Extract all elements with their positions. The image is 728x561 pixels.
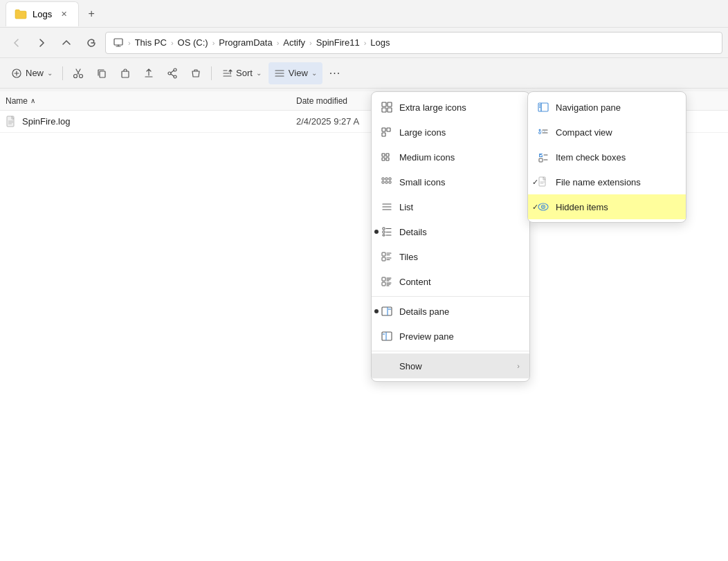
- menu-item-extra-large-icons[interactable]: Extra large icons: [372, 95, 529, 120]
- address-bar[interactable]: › This PC › OS (C:) › ProgramData › Acti…: [105, 32, 722, 54]
- paste-icon: [120, 68, 131, 79]
- address-sep-2: ›: [212, 39, 215, 47]
- address-sep-3: ›: [277, 39, 280, 47]
- menu-item-tiles[interactable]: Tiles: [372, 244, 529, 269]
- menu-item-item-check-boxes[interactable]: Item check boxes: [528, 145, 686, 169]
- svg-rect-34: [382, 257, 385, 261]
- delete-button[interactable]: [185, 62, 207, 84]
- copy-button[interactable]: [91, 62, 113, 84]
- menu-item-show[interactable]: Show ›: [372, 353, 529, 378]
- tiles-icon: [381, 251, 392, 262]
- new-button[interactable]: New ⌄: [6, 62, 58, 84]
- svg-rect-20: [382, 154, 385, 156]
- svg-rect-15: [382, 108, 386, 112]
- menu-item-large-icons[interactable]: Large icons: [372, 120, 529, 145]
- sort-chevron: ⌄: [256, 69, 262, 77]
- menu-item-small-icons[interactable]: Small icons: [372, 169, 529, 194]
- tab-title: Logs: [33, 9, 52, 19]
- compact-view-icon: [538, 127, 549, 138]
- address-programdata: ProgramData: [219, 37, 272, 48]
- view-icon: [274, 68, 285, 79]
- up-button[interactable]: [55, 32, 78, 54]
- details-pane-label: Details pane: [399, 306, 449, 317]
- svg-rect-33: [382, 252, 385, 256]
- show-submenu: Navigation pane Compact view Item check …: [527, 91, 686, 223]
- svg-rect-25: [385, 178, 388, 180]
- svg-rect-24: [382, 178, 384, 180]
- svg-rect-23: [386, 158, 389, 160]
- address-sep-1: ›: [171, 39, 174, 47]
- svg-rect-31: [383, 231, 385, 233]
- details-bullet: [374, 230, 379, 234]
- more-button[interactable]: ···: [324, 62, 346, 84]
- view-dropdown-menu: Extra large icons Large icons Medium ico…: [371, 91, 530, 382]
- address-sep-4: ›: [309, 39, 312, 47]
- menu-item-list[interactable]: List: [372, 194, 529, 219]
- svg-rect-39: [382, 332, 392, 340]
- navigation-pane-icon: [538, 102, 549, 113]
- paste-button[interactable]: [114, 62, 136, 84]
- menu-item-file-name-extensions[interactable]: ✓ File name extensions: [528, 169, 686, 194]
- cut-button[interactable]: [67, 62, 89, 84]
- tab-close-button[interactable]: ✕: [57, 8, 70, 20]
- menu-item-compact-view[interactable]: Compact view: [528, 120, 686, 145]
- svg-rect-38: [388, 309, 391, 310]
- address-this-pc: This PC: [135, 37, 167, 48]
- svg-rect-29: [389, 181, 391, 183]
- sort-label: Sort: [236, 68, 253, 78]
- menu-item-content[interactable]: Content: [372, 269, 529, 294]
- svg-rect-27: [382, 181, 384, 183]
- view-label: View: [289, 68, 308, 78]
- svg-point-44: [539, 129, 541, 131]
- svg-rect-4: [100, 71, 105, 77]
- svg-rect-43: [539, 107, 540, 108]
- toolbar: New ⌄ Sort ⌄ View ⌄ ···: [0, 58, 728, 89]
- svg-rect-16: [388, 108, 392, 112]
- navigation-pane-label: Navigation pane: [556, 102, 621, 113]
- cut-icon: [73, 68, 84, 79]
- forward-button[interactable]: [30, 32, 53, 54]
- preview-pane-icon: [381, 331, 392, 342]
- active-tab[interactable]: Logs ✕: [6, 1, 79, 26]
- svg-rect-17: [382, 128, 385, 131]
- toolbar-separator-2: [211, 66, 212, 80]
- svg-rect-42: [539, 104, 540, 106]
- column-name[interactable]: Name ∧: [6, 96, 296, 106]
- file-icon: [6, 116, 17, 128]
- large-icons-icon: [381, 127, 392, 138]
- menu-item-details[interactable]: Details: [372, 219, 529, 244]
- share-button[interactable]: [161, 62, 183, 84]
- menu-item-preview-pane[interactable]: Preview pane: [372, 324, 529, 349]
- address-drive: OS (C:): [178, 37, 208, 48]
- menu-item-navigation-pane[interactable]: Navigation pane: [528, 95, 686, 120]
- svg-rect-37: [382, 307, 392, 315]
- file-name-extensions-label: File name extensions: [556, 177, 641, 187]
- svg-point-7: [168, 72, 171, 75]
- hidden-items-check: ✓: [532, 203, 538, 212]
- details-icon: [381, 226, 392, 237]
- new-icon: [11, 68, 22, 79]
- svg-point-6: [174, 68, 176, 71]
- svg-rect-28: [385, 181, 388, 183]
- svg-rect-30: [383, 228, 385, 230]
- view-button[interactable]: View ⌄: [269, 62, 322, 84]
- extra-large-icons-label: Extra large icons: [399, 102, 466, 113]
- new-tab-button[interactable]: +: [82, 4, 101, 24]
- menu-item-hidden-items[interactable]: ✓ Hidden items: [528, 194, 686, 219]
- rename-icon: [143, 68, 154, 79]
- back-button[interactable]: [6, 32, 28, 54]
- svg-point-2: [74, 74, 78, 77]
- address-sep-5: ›: [364, 39, 367, 47]
- menu-item-medium-icons[interactable]: Medium icons: [372, 145, 529, 169]
- copy-icon: [96, 68, 107, 79]
- item-check-boxes-label: Item check boxes: [556, 152, 626, 163]
- refresh-button[interactable]: [80, 32, 102, 54]
- extra-large-icons-icon: [381, 102, 392, 113]
- svg-rect-18: [387, 128, 390, 131]
- sort-button[interactable]: Sort ⌄: [216, 62, 267, 84]
- svg-rect-19: [382, 133, 385, 136]
- sort-icon: [221, 68, 233, 79]
- rename-button[interactable]: [138, 62, 160, 84]
- menu-item-details-pane[interactable]: Details pane: [372, 299, 529, 324]
- svg-point-45: [539, 132, 541, 134]
